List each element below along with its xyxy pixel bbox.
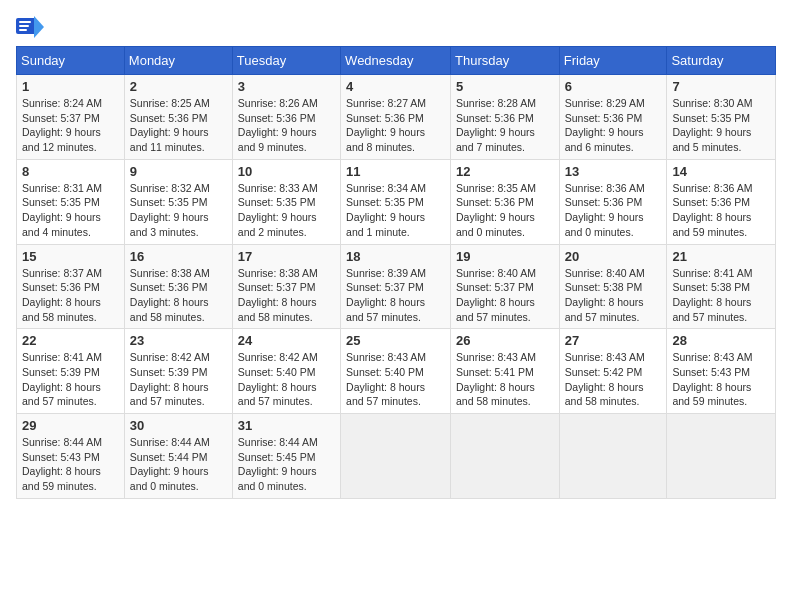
day-number: 13 xyxy=(565,164,662,179)
day-info: Sunrise: 8:37 AMSunset: 5:36 PMDaylight:… xyxy=(22,267,102,323)
day-number: 7 xyxy=(672,79,770,94)
weekday-header-row: SundayMondayTuesdayWednesdayThursdayFrid… xyxy=(17,47,776,75)
calendar-cell xyxy=(451,414,560,499)
calendar-cell: 6 Sunrise: 8:29 AMSunset: 5:36 PMDayligh… xyxy=(559,75,667,160)
logo xyxy=(16,16,48,38)
day-info: Sunrise: 8:27 AMSunset: 5:36 PMDaylight:… xyxy=(346,97,426,153)
day-info: Sunrise: 8:24 AMSunset: 5:37 PMDaylight:… xyxy=(22,97,102,153)
svg-rect-2 xyxy=(19,21,31,23)
day-info: Sunrise: 8:36 AMSunset: 5:36 PMDaylight:… xyxy=(565,182,645,238)
day-info: Sunrise: 8:43 AMSunset: 5:40 PMDaylight:… xyxy=(346,351,426,407)
calendar-cell: 19 Sunrise: 8:40 AMSunset: 5:37 PMDaylig… xyxy=(451,244,560,329)
day-info: Sunrise: 8:38 AMSunset: 5:36 PMDaylight:… xyxy=(130,267,210,323)
calendar-cell xyxy=(341,414,451,499)
day-info: Sunrise: 8:44 AMSunset: 5:43 PMDaylight:… xyxy=(22,436,102,492)
day-info: Sunrise: 8:38 AMSunset: 5:37 PMDaylight:… xyxy=(238,267,318,323)
day-info: Sunrise: 8:36 AMSunset: 5:36 PMDaylight:… xyxy=(672,182,752,238)
weekday-header: Friday xyxy=(559,47,667,75)
calendar-cell: 30 Sunrise: 8:44 AMSunset: 5:44 PMDaylig… xyxy=(124,414,232,499)
svg-marker-1 xyxy=(34,16,44,38)
weekday-header: Monday xyxy=(124,47,232,75)
calendar-cell: 4 Sunrise: 8:27 AMSunset: 5:36 PMDayligh… xyxy=(341,75,451,160)
day-info: Sunrise: 8:41 AMSunset: 5:39 PMDaylight:… xyxy=(22,351,102,407)
calendar: SundayMondayTuesdayWednesdayThursdayFrid… xyxy=(16,46,776,499)
day-info: Sunrise: 8:43 AMSunset: 5:42 PMDaylight:… xyxy=(565,351,645,407)
day-info: Sunrise: 8:35 AMSunset: 5:36 PMDaylight:… xyxy=(456,182,536,238)
calendar-cell xyxy=(667,414,776,499)
day-info: Sunrise: 8:32 AMSunset: 5:35 PMDaylight:… xyxy=(130,182,210,238)
calendar-week-row: 22 Sunrise: 8:41 AMSunset: 5:39 PMDaylig… xyxy=(17,329,776,414)
day-number: 20 xyxy=(565,249,662,264)
calendar-cell xyxy=(559,414,667,499)
calendar-cell: 27 Sunrise: 8:43 AMSunset: 5:42 PMDaylig… xyxy=(559,329,667,414)
day-number: 6 xyxy=(565,79,662,94)
day-info: Sunrise: 8:44 AMSunset: 5:44 PMDaylight:… xyxy=(130,436,210,492)
logo-icon xyxy=(16,16,44,38)
calendar-cell: 28 Sunrise: 8:43 AMSunset: 5:43 PMDaylig… xyxy=(667,329,776,414)
calendar-cell: 12 Sunrise: 8:35 AMSunset: 5:36 PMDaylig… xyxy=(451,159,560,244)
header-area xyxy=(16,16,776,38)
day-number: 12 xyxy=(456,164,554,179)
calendar-week-row: 8 Sunrise: 8:31 AMSunset: 5:35 PMDayligh… xyxy=(17,159,776,244)
day-number: 27 xyxy=(565,333,662,348)
day-info: Sunrise: 8:44 AMSunset: 5:45 PMDaylight:… xyxy=(238,436,318,492)
weekday-header: Wednesday xyxy=(341,47,451,75)
day-info: Sunrise: 8:34 AMSunset: 5:35 PMDaylight:… xyxy=(346,182,426,238)
day-number: 19 xyxy=(456,249,554,264)
calendar-cell: 29 Sunrise: 8:44 AMSunset: 5:43 PMDaylig… xyxy=(17,414,125,499)
calendar-week-row: 1 Sunrise: 8:24 AMSunset: 5:37 PMDayligh… xyxy=(17,75,776,160)
day-number: 30 xyxy=(130,418,227,433)
day-number: 24 xyxy=(238,333,335,348)
day-info: Sunrise: 8:43 AMSunset: 5:41 PMDaylight:… xyxy=(456,351,536,407)
svg-rect-4 xyxy=(19,29,27,31)
day-number: 9 xyxy=(130,164,227,179)
day-info: Sunrise: 8:30 AMSunset: 5:35 PMDaylight:… xyxy=(672,97,752,153)
day-info: Sunrise: 8:33 AMSunset: 5:35 PMDaylight:… xyxy=(238,182,318,238)
day-info: Sunrise: 8:42 AMSunset: 5:40 PMDaylight:… xyxy=(238,351,318,407)
day-number: 28 xyxy=(672,333,770,348)
calendar-cell: 14 Sunrise: 8:36 AMSunset: 5:36 PMDaylig… xyxy=(667,159,776,244)
calendar-cell: 21 Sunrise: 8:41 AMSunset: 5:38 PMDaylig… xyxy=(667,244,776,329)
calendar-cell: 24 Sunrise: 8:42 AMSunset: 5:40 PMDaylig… xyxy=(232,329,340,414)
day-number: 17 xyxy=(238,249,335,264)
calendar-cell: 13 Sunrise: 8:36 AMSunset: 5:36 PMDaylig… xyxy=(559,159,667,244)
calendar-cell: 18 Sunrise: 8:39 AMSunset: 5:37 PMDaylig… xyxy=(341,244,451,329)
day-info: Sunrise: 8:43 AMSunset: 5:43 PMDaylight:… xyxy=(672,351,752,407)
calendar-week-row: 29 Sunrise: 8:44 AMSunset: 5:43 PMDaylig… xyxy=(17,414,776,499)
day-info: Sunrise: 8:40 AMSunset: 5:37 PMDaylight:… xyxy=(456,267,536,323)
calendar-cell: 25 Sunrise: 8:43 AMSunset: 5:40 PMDaylig… xyxy=(341,329,451,414)
weekday-header: Sunday xyxy=(17,47,125,75)
day-info: Sunrise: 8:40 AMSunset: 5:38 PMDaylight:… xyxy=(565,267,645,323)
day-number: 16 xyxy=(130,249,227,264)
day-number: 21 xyxy=(672,249,770,264)
day-number: 1 xyxy=(22,79,119,94)
day-number: 14 xyxy=(672,164,770,179)
day-info: Sunrise: 8:39 AMSunset: 5:37 PMDaylight:… xyxy=(346,267,426,323)
calendar-cell: 9 Sunrise: 8:32 AMSunset: 5:35 PMDayligh… xyxy=(124,159,232,244)
weekday-header: Saturday xyxy=(667,47,776,75)
weekday-header: Tuesday xyxy=(232,47,340,75)
calendar-cell: 31 Sunrise: 8:44 AMSunset: 5:45 PMDaylig… xyxy=(232,414,340,499)
day-number: 3 xyxy=(238,79,335,94)
calendar-cell: 7 Sunrise: 8:30 AMSunset: 5:35 PMDayligh… xyxy=(667,75,776,160)
calendar-cell: 20 Sunrise: 8:40 AMSunset: 5:38 PMDaylig… xyxy=(559,244,667,329)
calendar-cell: 1 Sunrise: 8:24 AMSunset: 5:37 PMDayligh… xyxy=(17,75,125,160)
day-number: 11 xyxy=(346,164,445,179)
day-number: 18 xyxy=(346,249,445,264)
calendar-cell: 22 Sunrise: 8:41 AMSunset: 5:39 PMDaylig… xyxy=(17,329,125,414)
calendar-cell: 26 Sunrise: 8:43 AMSunset: 5:41 PMDaylig… xyxy=(451,329,560,414)
day-info: Sunrise: 8:26 AMSunset: 5:36 PMDaylight:… xyxy=(238,97,318,153)
calendar-cell: 16 Sunrise: 8:38 AMSunset: 5:36 PMDaylig… xyxy=(124,244,232,329)
calendar-cell: 11 Sunrise: 8:34 AMSunset: 5:35 PMDaylig… xyxy=(341,159,451,244)
day-number: 4 xyxy=(346,79,445,94)
calendar-cell: 17 Sunrise: 8:38 AMSunset: 5:37 PMDaylig… xyxy=(232,244,340,329)
calendar-cell: 2 Sunrise: 8:25 AMSunset: 5:36 PMDayligh… xyxy=(124,75,232,160)
calendar-cell: 23 Sunrise: 8:42 AMSunset: 5:39 PMDaylig… xyxy=(124,329,232,414)
day-number: 8 xyxy=(22,164,119,179)
day-info: Sunrise: 8:41 AMSunset: 5:38 PMDaylight:… xyxy=(672,267,752,323)
calendar-cell: 15 Sunrise: 8:37 AMSunset: 5:36 PMDaylig… xyxy=(17,244,125,329)
day-info: Sunrise: 8:28 AMSunset: 5:36 PMDaylight:… xyxy=(456,97,536,153)
calendar-week-row: 15 Sunrise: 8:37 AMSunset: 5:36 PMDaylig… xyxy=(17,244,776,329)
day-number: 29 xyxy=(22,418,119,433)
calendar-cell: 8 Sunrise: 8:31 AMSunset: 5:35 PMDayligh… xyxy=(17,159,125,244)
